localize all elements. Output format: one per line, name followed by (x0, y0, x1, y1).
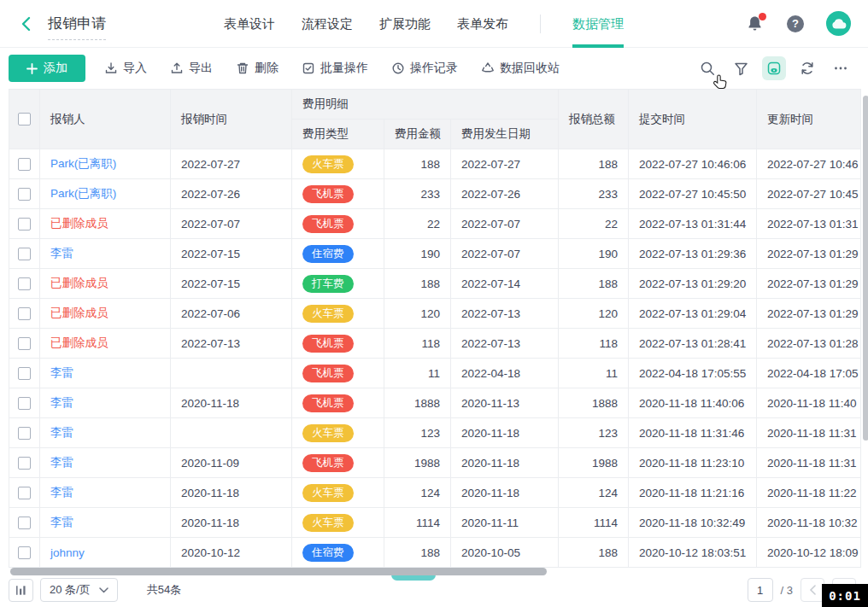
cell-reimburse-date: 2020-11-09 (171, 448, 292, 478)
reimburser-name-link[interactable]: 李雷 (50, 426, 73, 439)
toolbar-action-label: 操作记录 (410, 61, 458, 76)
row-checkbox[interactable] (18, 337, 31, 350)
table-body: Park(已离职)2022-07-27火车票1882022-07-2718820… (9, 149, 861, 568)
avatar[interactable] (826, 11, 851, 36)
cell-expense-type: 飞机票 (292, 359, 384, 388)
expense-type-tag: 飞机票 (302, 394, 354, 412)
row-checkbox[interactable] (18, 397, 31, 410)
search-icon[interactable] (695, 56, 719, 80)
vertical-scrollbar-thumb[interactable] (863, 96, 868, 441)
cell-expense-amount: 1988 (384, 448, 451, 478)
table-row: 李雷飞机票112022-04-18112022-04-18 17:05:5520… (9, 359, 861, 388)
row-checkbox[interactable] (18, 277, 31, 290)
back-icon[interactable] (17, 15, 36, 33)
expense-type-tag: 住宿费 (302, 245, 354, 263)
data-table: 报销人 报销时间 费用明细 报销总额 提交时间 更新时间 费用类型 费用金额 费… (9, 89, 861, 568)
reimburser-name-link[interactable]: 已删除成员 (50, 306, 108, 319)
add-button[interactable]: 添加 (9, 55, 85, 82)
table-row: 李雷火车票1232020-11-181232020-11-18 11:31:46… (9, 418, 861, 448)
cell-updated: 2022-07-27 10:45 (757, 179, 861, 209)
row-checkbox[interactable] (18, 158, 31, 171)
reimburser-name-link[interactable]: 李雷 (50, 456, 73, 469)
cell-reimburse-date: 2022-07-13 (171, 329, 292, 359)
row-checkbox[interactable] (18, 248, 31, 260)
tab-1[interactable]: 流程设定 (302, 0, 353, 48)
reimburser-name-link[interactable]: 李雷 (50, 486, 73, 499)
toolbar-action-label: 导入 (123, 61, 147, 76)
reimburser-name-link[interactable]: johnny (50, 546, 85, 559)
cell-reimburser: 李雷 (40, 508, 171, 538)
col-header-submitted: 提交时间 (629, 90, 757, 149)
notification-bell-icon[interactable] (746, 15, 765, 33)
table-row: Park(已离职)2022-07-27火车票1882022-07-2718820… (9, 149, 861, 179)
toolbar-action-0[interactable]: 导入 (104, 61, 147, 76)
refresh-icon[interactable] (795, 56, 819, 80)
export-icon (170, 61, 184, 75)
more-icon[interactable] (829, 56, 853, 80)
row-checkbox[interactable] (18, 546, 31, 559)
cell-reimburser: 李雷 (40, 359, 171, 388)
toolbar-action-1[interactable]: 导出 (170, 61, 213, 76)
reimburser-name-link[interactable]: 李雷 (50, 396, 73, 409)
prev-page-button[interactable] (801, 578, 824, 602)
row-checkbox[interactable] (18, 218, 31, 231)
current-page-input[interactable]: 1 (748, 578, 773, 602)
row-checkbox[interactable] (18, 517, 31, 529)
cell-total: 233 (559, 179, 629, 209)
table-row: 李雷2022-07-15住宿费1902022-07-071902022-07-1… (9, 239, 861, 269)
reimburser-name-link[interactable]: 李雷 (50, 247, 73, 260)
row-checkbox-cell (9, 478, 40, 508)
expense-type-tag: 火车票 (302, 484, 354, 502)
help-icon[interactable]: ? (787, 15, 804, 32)
row-checkbox-cell (9, 538, 40, 568)
display-settings-icon[interactable] (762, 56, 786, 80)
row-checkbox[interactable] (18, 307, 31, 320)
row-checkbox[interactable] (18, 457, 31, 470)
cell-submitted: 2020-11-18 11:23:10 (629, 448, 757, 478)
cell-updated: 2020-11-18 11:22 (757, 478, 861, 508)
reimburser-name-link[interactable]: Park(已离职) (50, 157, 116, 170)
reimburser-name-link[interactable]: 已删除成员 (50, 277, 108, 289)
horizontal-scrollbar-thumb[interactable] (10, 568, 547, 575)
toolbar-action-5[interactable]: 数据回收站 (481, 61, 560, 76)
row-checkbox[interactable] (18, 188, 31, 201)
reimburser-name-link[interactable]: 已删除成员 (50, 217, 108, 230)
cell-submitted: 2022-07-13 01:31:44 (629, 209, 757, 239)
row-checkbox[interactable] (18, 427, 31, 440)
toolbar-action-3[interactable]: 批量操作 (302, 61, 368, 76)
reimburser-name-link[interactable]: 李雷 (50, 516, 73, 528)
statistics-icon[interactable] (9, 579, 33, 602)
reimburser-name-link[interactable]: Park(已离职) (50, 187, 116, 200)
cell-reimburse-date: 2022-07-15 (171, 239, 292, 269)
expense-type-tag: 飞机票 (302, 215, 354, 233)
cell-total: 188 (559, 269, 629, 299)
select-all-checkbox[interactable] (18, 113, 31, 125)
reimburser-name-link[interactable]: 李雷 (50, 366, 73, 379)
tab-2[interactable]: 扩展功能 (379, 0, 431, 48)
tab-4[interactable]: 数据管理 (572, 0, 624, 48)
toolbar-tools (695, 56, 859, 80)
reimburser-name-link[interactable]: 已删除成员 (50, 336, 108, 349)
cell-reimburser: 已删除成员 (40, 209, 171, 239)
toolbar-action-4[interactable]: 操作记录 (391, 61, 458, 76)
tab-0[interactable]: 表单设计 (224, 0, 275, 48)
vertical-scrollbar[interactable] (863, 96, 868, 567)
cell-expense-amount: 188 (384, 538, 451, 568)
row-checkbox[interactable] (18, 487, 31, 499)
table-row: 已删除成员2022-07-15打车费1882022-07-141882022-0… (9, 269, 861, 299)
cell-expense-type: 飞机票 (292, 179, 384, 209)
tab-3[interactable]: 表单发布 (457, 0, 508, 48)
cell-updated: 2022-07-13 01:29 (757, 239, 861, 269)
page-title[interactable]: 报销申请 (48, 14, 106, 40)
filter-icon[interactable] (729, 56, 753, 80)
row-checkbox-cell (9, 299, 40, 329)
history-icon (391, 61, 405, 75)
toolbar-action-label: 批量操作 (320, 61, 368, 76)
expense-type-tag: 飞机票 (302, 454, 354, 472)
page-size-select[interactable]: 20 条/页 (40, 578, 118, 602)
cell-total: 123 (559, 418, 629, 448)
cell-expense-type: 住宿费 (292, 538, 384, 568)
import-icon (104, 61, 118, 75)
toolbar-action-2[interactable]: 删除 (236, 61, 279, 76)
row-checkbox[interactable] (18, 367, 31, 380)
